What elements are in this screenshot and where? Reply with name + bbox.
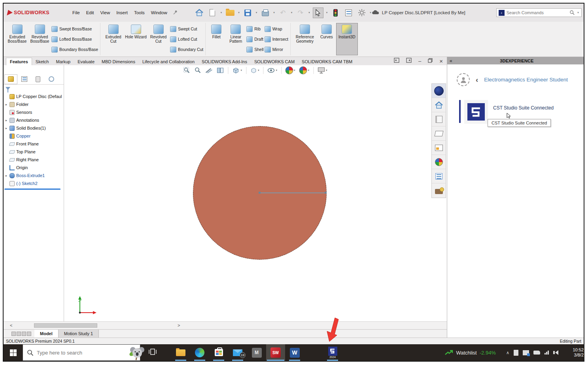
search-dropdown-icon[interactable]: ▾: [577, 11, 579, 14]
lofted-cut-button[interactable]: Lofted Cut: [170, 34, 203, 44]
tree-row-sensors[interactable]: Sensors: [4, 108, 64, 116]
dropdown-icon[interactable]: ▾: [276, 69, 277, 72]
tree-row-material[interactable]: Copper: [4, 132, 64, 140]
hide-show-items-icon[interactable]: ▾: [267, 68, 278, 73]
lofted-boss-base-button[interactable]: Lofted Boss/Base: [51, 34, 98, 44]
revolved-cut-button[interactable]: Revolved Cut: [147, 23, 169, 55]
property-manager-tab[interactable]: [18, 74, 31, 84]
undo-dropdown-icon[interactable]: ▾: [291, 11, 293, 14]
tab-solidworks-cam[interactable]: SOLIDWORKS CAM: [251, 58, 298, 65]
revolved-boss-base-button[interactable]: Revolved Boss/Base: [29, 23, 51, 55]
design-library-tab[interactable]: [432, 112, 446, 126]
line-endpoint[interactable]: [259, 192, 261, 194]
tree-row-right-plane[interactable]: Right Plane: [4, 156, 64, 164]
curves-button[interactable]: Curves: [318, 23, 335, 55]
menu-file[interactable]: File: [72, 10, 80, 15]
file-explorer-taskbar-button[interactable]: [171, 344, 190, 361]
start-button[interactable]: [4, 344, 23, 361]
task-view-button[interactable]: [148, 348, 157, 357]
home-button[interactable]: [194, 8, 205, 18]
command-search-input[interactable]: [507, 10, 567, 15]
configuration-manager-tab[interactable]: [31, 74, 44, 84]
horizontal-scrollbar[interactable]: < >: [4, 321, 447, 329]
apply-scene-icon[interactable]: ▾: [299, 66, 310, 74]
extruded-cut-button[interactable]: Extruded Cut: [102, 23, 124, 55]
menu-view[interactable]: View: [100, 10, 110, 15]
command-search-box[interactable]: › ▾: [496, 8, 582, 17]
graphics-viewport[interactable]: ▾ ▾ ▾ ▾ ▾ ▾: [64, 65, 447, 321]
word-taskbar-button[interactable]: W: [285, 344, 304, 361]
collapse-panel-icon[interactable]: «: [450, 58, 452, 64]
taskbar-search-box[interactable]: [23, 344, 140, 361]
close-button[interactable]: ×: [439, 58, 443, 64]
new-document-button[interactable]: [207, 8, 218, 18]
expand-icon[interactable]: ▸: [5, 119, 8, 122]
instant3d-button[interactable]: Instant3D: [336, 23, 358, 55]
undo-button[interactable]: ↶: [278, 8, 288, 18]
intersect-button[interactable]: Intersect: [265, 34, 288, 44]
tab-features[interactable]: Features: [6, 58, 32, 65]
dropdown-icon[interactable]: ▾: [326, 69, 327, 72]
tree-root-row[interactable]: LP Copper Disc (Defaul: [4, 92, 64, 100]
command-search-chevron-icon[interactable]: ›: [499, 10, 505, 16]
tree-row-sketch2[interactable]: (-) Sketch2: [4, 179, 64, 187]
sketch-radius-line[interactable]: [260, 192, 326, 193]
rib-button[interactable]: Rib: [246, 24, 263, 34]
watchlist-widget[interactable]: Watchlist -2.94%: [444, 349, 495, 356]
scrollbar-thumb[interactable]: [34, 323, 97, 328]
fillet-button[interactable]: Fillet: [208, 23, 225, 55]
menu-window[interactable]: Window: [151, 10, 167, 15]
menu-insert[interactable]: Insert: [116, 10, 128, 15]
select-dropdown-icon[interactable]: ▾: [326, 11, 328, 14]
print-dropdown-icon[interactable]: ▾: [273, 11, 275, 14]
redo-dropdown-icon[interactable]: ▾: [308, 11, 310, 14]
tree-row-solid-bodies[interactable]: ▸ Solid Bodies(1): [4, 124, 64, 132]
boundary-boss-base-button[interactable]: Boundary Boss/Base: [51, 45, 98, 54]
line-endpoint[interactable]: [325, 192, 327, 194]
linear-pattern-button[interactable]: Linear Pattern: [226, 23, 246, 55]
section-view-icon[interactable]: [216, 67, 224, 74]
solidworks-forum-tab[interactable]: [432, 183, 446, 198]
filter-icon[interactable]: [6, 87, 10, 90]
dimxpert-manager-tab[interactable]: [45, 74, 58, 84]
collapse-pane-right-icon[interactable]: [406, 57, 412, 64]
tab-splitter-controls[interactable]: [11, 330, 31, 338]
tray-vehicle-icon[interactable]: [533, 351, 540, 355]
cst-taskbar-button[interactable]: 2024: [323, 344, 342, 361]
menu-tools[interactable]: Tools: [134, 10, 145, 15]
swept-boss-base-button[interactable]: Swept Boss/Base: [51, 24, 98, 34]
menu-edit[interactable]: Edit: [86, 10, 94, 15]
save-dropdown-icon[interactable]: ▾: [256, 11, 257, 14]
scroll-left-icon[interactable]: <: [10, 323, 12, 328]
tab-evaluate[interactable]: Evaluate: [74, 58, 98, 65]
tree-row-origin[interactable]: Origin: [4, 164, 64, 172]
tab-mbd-dimensions[interactable]: MBD Dimensions: [98, 58, 139, 65]
file-properties-button[interactable]: [343, 8, 354, 18]
expand-icon[interactable]: ▸: [5, 103, 8, 106]
view-settings-icon[interactable]: ▾: [317, 67, 328, 74]
rebuild-button[interactable]: [330, 8, 341, 18]
pin-menu-icon[interactable]: [173, 9, 178, 16]
model-tab[interactable]: Model: [34, 330, 59, 338]
select-button[interactable]: [313, 8, 323, 18]
tray-network-icon[interactable]: [545, 351, 549, 355]
store-taskbar-button[interactable]: [209, 344, 228, 361]
open-button[interactable]: [225, 8, 235, 18]
reference-geometry-button[interactable]: Reference Geometry: [293, 23, 317, 55]
solidworks-resources-tab[interactable]: [432, 98, 446, 112]
hidden-icons-caret[interactable]: ∧: [506, 350, 509, 355]
tree-row-top-plane[interactable]: Top Plane: [4, 148, 64, 156]
role-title[interactable]: Electromagnetics Engineer Student: [484, 77, 568, 83]
expand-icon[interactable]: ▸: [5, 126, 8, 130]
tree-row-folder[interactable]: ▸ Folder: [4, 100, 64, 108]
collapse-pane-left-icon[interactable]: [394, 57, 399, 64]
tab-solidworks-addins[interactable]: SOLIDWORKS Add-Ins: [198, 58, 251, 65]
view-palette-tab[interactable]: [432, 141, 446, 155]
extruded-boss-base-button[interactable]: Extruded Boss/Base: [6, 23, 28, 55]
options-button[interactable]: [356, 8, 367, 18]
zoom-to-area-icon[interactable]: [194, 67, 201, 74]
tree-row-front-plane[interactable]: Front Plane: [4, 140, 64, 148]
mail-taskbar-button[interactable]: 19: [228, 344, 247, 361]
user-avatar[interactable]: [457, 73, 470, 86]
minimize-button[interactable]: –: [418, 58, 421, 64]
